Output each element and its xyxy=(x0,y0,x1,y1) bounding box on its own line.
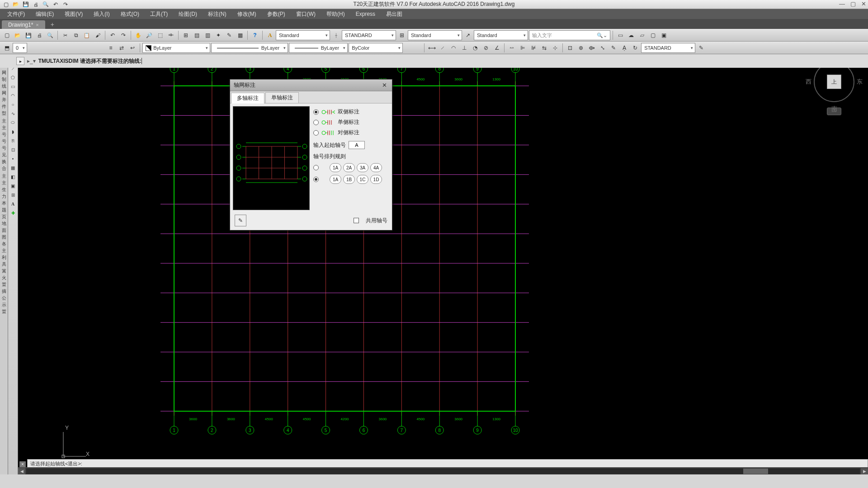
tangent-menu-item[interactable]: 火 xyxy=(0,275,8,281)
tangent-menu-item[interactable]: 力 xyxy=(0,193,8,199)
menu-param[interactable]: 参数(P) xyxy=(262,9,291,19)
scroll-thumb[interactable] xyxy=(743,469,768,474)
dim-ord-icon[interactable]: ⊥ xyxy=(459,43,469,53)
dim-inspect-icon[interactable]: ⟴ xyxy=(587,43,597,53)
seq1-b[interactable]: 2A xyxy=(343,163,355,172)
dim-update-icon[interactable]: ↻ xyxy=(630,43,640,53)
circle-icon[interactable] xyxy=(9,100,18,108)
tangent-menu-item[interactable]: 号 xyxy=(0,145,8,151)
dim-baseline-icon[interactable]: ⊫ xyxy=(518,43,528,53)
layer-walk-icon[interactable] xyxy=(106,43,116,53)
scroll-left-icon[interactable]: ◀ xyxy=(18,468,25,474)
cut-icon[interactable] xyxy=(60,30,70,40)
polygon-icon[interactable] xyxy=(9,73,18,81)
undo-icon[interactable] xyxy=(108,30,118,40)
menu-window[interactable]: 窗口(W) xyxy=(291,9,321,19)
drawing-canvas[interactable]: [-][俯视][二维线框] 12345678910123456789103600… xyxy=(18,54,868,474)
quickcalc-icon[interactable]: ▦ xyxy=(235,30,245,40)
dim-angular-icon[interactable]: ∠ xyxy=(492,43,502,53)
menu-view[interactable]: 视图(V) xyxy=(59,9,88,19)
menu-express[interactable]: Express xyxy=(350,10,381,18)
tangent-menu-item[interactable]: 面 xyxy=(0,227,8,233)
menu-dim[interactable]: 标注(N) xyxy=(203,9,232,19)
tab-close-icon[interactable]: × xyxy=(36,22,38,28)
properties-icon[interactable] xyxy=(181,30,191,40)
dim-jogged-icon[interactable]: ⤡ xyxy=(598,43,608,53)
tangent-menu-item[interactable]: 置 xyxy=(0,282,8,287)
seq1-a[interactable]: 1A xyxy=(330,163,341,172)
menu-format[interactable]: 格式(O) xyxy=(115,9,145,19)
seq2-d[interactable]: 1D xyxy=(370,175,382,184)
share-axis-checkbox[interactable] xyxy=(354,218,359,223)
menu-file[interactable]: 文件(F) xyxy=(2,9,30,19)
insert-block-icon[interactable]: ⎘ xyxy=(9,136,18,145)
menu-modify[interactable]: 修改(M) xyxy=(232,9,262,19)
dialog-close-icon[interactable]: ✕ xyxy=(380,82,388,89)
dim-space-icon[interactable]: ⇆ xyxy=(539,43,549,53)
drawing-tab[interactable]: Drawing1* × xyxy=(2,20,45,29)
sheet-set-icon[interactable]: ▤ xyxy=(192,30,202,40)
pick-axis-button[interactable]: ✎ xyxy=(235,215,246,226)
dim-quick-icon[interactable]: ⥎ xyxy=(507,43,517,53)
qat-undo-icon[interactable] xyxy=(52,1,60,8)
tangent-menu-item[interactable]: 示 xyxy=(0,302,8,308)
revcloud-icon[interactable]: ☁ xyxy=(626,30,636,40)
tangent-menu-item[interactable]: 图 xyxy=(0,234,8,240)
tangent-menu-item[interactable]: 件 xyxy=(0,103,8,109)
seq1-d[interactable]: 4A xyxy=(370,163,382,172)
dim-linear-icon[interactable] xyxy=(427,43,437,53)
tangent-menu-item[interactable]: 主 xyxy=(0,118,8,124)
dim-style-combo[interactable]: STANDARD xyxy=(342,30,396,40)
search-input[interactable]: 输入文字 🔍⌄ xyxy=(529,30,610,40)
tab-multi-axis[interactable]: 多轴标注 xyxy=(231,93,264,103)
seq2-c[interactable]: 1C xyxy=(357,175,368,184)
gradient-icon[interactable]: ◧ xyxy=(9,173,18,181)
save-icon[interactable] xyxy=(24,30,33,40)
tangent-menu-item[interactable]: 各 xyxy=(0,241,8,247)
table-icon[interactable] xyxy=(9,191,18,199)
plotstyle-combo[interactable]: ByColor xyxy=(349,43,403,53)
tangent-menu-item[interactable]: 公 xyxy=(0,295,8,301)
tolerance-icon[interactable]: ⊡ xyxy=(565,43,575,53)
redo-icon[interactable] xyxy=(118,30,128,40)
hatch-icon[interactable] xyxy=(9,164,18,172)
cmdline-close-icon[interactable]: × xyxy=(19,461,26,468)
tangent-menu-item[interactable]: 制 xyxy=(0,76,8,82)
tangent-menu-item[interactable]: 地 xyxy=(0,221,8,226)
addsel-icon[interactable]: ✚ xyxy=(9,209,18,217)
radio-opposite[interactable] xyxy=(313,130,319,136)
seq1-c[interactable]: 3A xyxy=(357,163,368,172)
mleader-icon[interactable]: ↗ xyxy=(463,30,473,40)
command-line[interactable]: ▸ ▸_▾ TMULTAXISDIM 请选择不需要标注的轴线: xyxy=(0,54,868,68)
markup-icon[interactable]: ✎ xyxy=(224,30,234,40)
rectangle-icon[interactable] xyxy=(9,82,18,90)
tangent-menu-item[interactable]: 见 xyxy=(0,152,8,158)
menu-edit[interactable]: 编辑(E) xyxy=(30,9,59,19)
mleader-style-combo[interactable]: Standard xyxy=(474,30,528,40)
restore-icon[interactable]: ▢ xyxy=(850,0,856,7)
new-icon[interactable] xyxy=(2,30,12,40)
minimize-icon[interactable]: — xyxy=(839,0,845,7)
tangent-menu-item[interactable]: 线 xyxy=(0,83,8,89)
dim-diameter-icon[interactable]: ⊘ xyxy=(481,43,491,53)
h-scrollbar[interactable]: ◀ ▶ xyxy=(18,467,868,474)
tab-single-axis[interactable]: 单轴标注 xyxy=(265,92,299,103)
mtext-icon[interactable] xyxy=(9,200,18,208)
seq2-a[interactable]: 1A xyxy=(330,175,341,184)
zoom-icon[interactable] xyxy=(144,30,154,40)
table-style-combo[interactable]: Standard xyxy=(408,30,462,40)
named-view-icon[interactable]: ▢ xyxy=(648,30,658,40)
layer-color-combo[interactable]: ByLayer xyxy=(142,43,210,53)
tool-palette-icon[interactable]: ▥ xyxy=(203,30,212,40)
tangent-menu-item[interactable]: 篱 xyxy=(0,268,8,274)
tangent-menu-item[interactable]: 摘 xyxy=(0,288,8,294)
plot-preview-icon[interactable] xyxy=(45,30,55,40)
dim-tedit-icon[interactable]: Ạ xyxy=(619,43,629,53)
tangent-menu-item[interactable]: 具 xyxy=(0,261,8,267)
scroll-right-icon[interactable]: ▶ xyxy=(861,468,868,474)
center-mark-icon[interactable]: ⊕ xyxy=(576,43,586,53)
dim-aligned-icon[interactable]: ⟋ xyxy=(438,43,448,53)
open-icon[interactable] xyxy=(13,30,23,40)
qat-preview-icon[interactable] xyxy=(42,1,50,8)
wipeout-icon[interactable]: ▭ xyxy=(615,30,625,40)
